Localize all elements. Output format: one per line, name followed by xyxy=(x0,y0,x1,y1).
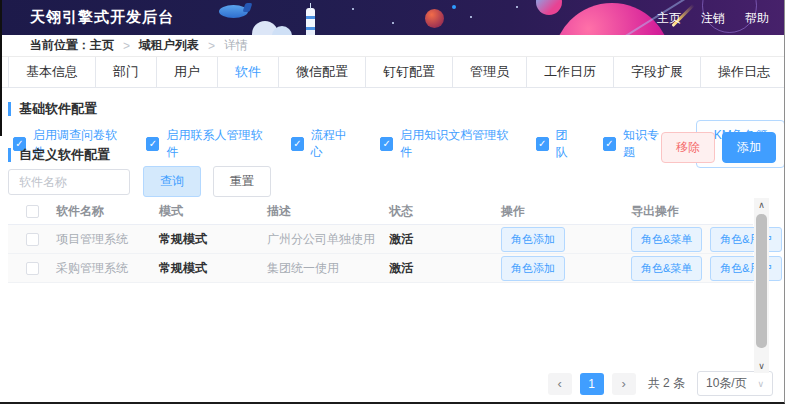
tab-wechat-config[interactable]: 微信配置 xyxy=(279,57,366,87)
breadcrumb-separator: > xyxy=(123,39,130,53)
breadcrumb-tenant-list[interactable]: 域租户列表 xyxy=(139,37,199,54)
checkbox-checked-icon[interactable]: ✓ xyxy=(536,137,549,151)
software-table: 软件名称 模式 描述 状态 操作 导出操作 项目管理系统 常规模式 广州分公司单… xyxy=(8,198,753,283)
role-add-button[interactable]: 角色添加 xyxy=(501,256,565,281)
software-mode: 常规模式 xyxy=(159,260,267,277)
table-row: 项目管理系统 常规模式 广州分公司单独使用 激活 角色添加 角色&菜单 角色&用… xyxy=(8,225,753,254)
prev-page-button[interactable]: ‹ xyxy=(548,373,572,395)
search-bar: 查询 重置 xyxy=(8,166,271,197)
pagination: ‹ 1 › 共 2 条 10条/页 ∨ xyxy=(548,371,773,396)
software-mode: 常规模式 xyxy=(159,231,267,248)
star-icon xyxy=(352,8,354,10)
checkbox-checked-icon[interactable]: ✓ xyxy=(603,137,616,151)
breadcrumb-home[interactable]: 主页 xyxy=(90,37,114,54)
select-all-checkbox[interactable] xyxy=(26,205,39,218)
query-button[interactable]: 查询 xyxy=(143,166,201,197)
tab-field-extension[interactable]: 字段扩展 xyxy=(614,57,701,87)
app-header: 天翎引擎式开发后台 主页 注销 帮助 xyxy=(0,0,785,35)
software-desc: 广州分公司单独使用 xyxy=(267,231,389,248)
app-title: 天翎引擎式开发后台 xyxy=(30,8,174,27)
role-menu-export-button[interactable]: 角色&菜单 xyxy=(631,256,702,281)
row-checkbox[interactable] xyxy=(26,262,39,275)
remove-button[interactable]: 移除 xyxy=(661,132,715,163)
tab-software[interactable]: 软件 xyxy=(218,57,279,87)
breadcrumb-separator: > xyxy=(208,39,215,53)
checkbox-checked-icon[interactable]: ✓ xyxy=(380,137,393,151)
role-add-button[interactable]: 角色添加 xyxy=(501,227,565,252)
checkbox-team[interactable]: ✓ 团队 xyxy=(536,127,577,161)
chevron-right-icon: › xyxy=(621,376,625,391)
vertical-scrollbar[interactable]: ∧ ∨ xyxy=(754,198,769,373)
column-header-name: 软件名称 xyxy=(56,203,159,220)
role-menu-export-button[interactable]: 角色&菜单 xyxy=(631,227,702,252)
star-icon xyxy=(516,6,518,8)
breadcrumb-prefix: 当前位置： xyxy=(30,37,90,54)
breadcrumb-detail: 详情 xyxy=(224,37,248,54)
lighthouse-icon xyxy=(310,3,311,9)
nav-logout-link[interactable]: 注销 xyxy=(701,10,725,27)
star-icon xyxy=(470,16,472,18)
scrollbar-thumb[interactable] xyxy=(756,214,767,348)
tab-bar: 基本信息 部门 用户 软件 微信配置 钉钉配置 管理员 工作日历 字段扩展 操作… xyxy=(0,57,785,88)
tab-admin[interactable]: 管理员 xyxy=(453,57,527,87)
tab-operation-log[interactable]: 操作日志 xyxy=(701,57,785,87)
table-header-row: 软件名称 模式 描述 状态 操作 导出操作 xyxy=(8,198,753,225)
role-user-export-button[interactable]: 角色&用户 xyxy=(710,256,781,281)
checkbox-knowledge-doc-software[interactable]: ✓ 启用知识文档管理软件 xyxy=(380,127,509,161)
checkbox-knowledge-topic[interactable]: ✓ 知识专题 xyxy=(603,127,666,161)
table-row: 采购管理系统 常规模式 集团统一使用 激活 角色添加 角色&菜单 角色&用户 xyxy=(8,254,753,283)
software-name: 项目管理系统 xyxy=(56,231,159,248)
next-page-button[interactable]: › xyxy=(612,373,636,395)
blimp-icon xyxy=(243,3,253,12)
role-user-export-button[interactable]: 角色&用户 xyxy=(710,227,781,252)
page-size-value: 10条/页 xyxy=(706,375,747,392)
nav-help-link[interactable]: 帮助 xyxy=(745,10,769,27)
software-status: 激活 xyxy=(389,231,487,248)
page-number-1[interactable]: 1 xyxy=(580,373,604,395)
software-desc: 集团统一使用 xyxy=(267,260,389,277)
planet-icon xyxy=(536,0,562,15)
checkbox-checked-icon[interactable]: ✓ xyxy=(291,137,304,151)
column-header-desc: 描述 xyxy=(267,203,389,220)
scroll-down-icon[interactable]: ∨ xyxy=(754,359,769,373)
add-button[interactable]: 添加 xyxy=(722,132,776,163)
header-nav: 主页 注销 帮助 xyxy=(657,10,769,27)
checkbox-checked-icon[interactable]: ✓ xyxy=(146,137,159,151)
column-header-mode: 模式 xyxy=(159,203,267,220)
software-name-input[interactable] xyxy=(8,169,130,195)
cloud-icon xyxy=(272,26,292,35)
software-status: 激活 xyxy=(389,260,487,277)
tab-department[interactable]: 部门 xyxy=(96,57,157,87)
checkbox-process-center[interactable]: ✓ 流程中心 xyxy=(291,127,354,161)
lighthouse-icon xyxy=(306,8,315,35)
breadcrumb: 当前位置： 主页 > 域租户列表 > 详情 xyxy=(0,35,785,57)
table-actions: 移除 添加 xyxy=(661,132,776,163)
planet-icon xyxy=(425,9,444,28)
scroll-up-icon[interactable]: ∧ xyxy=(754,198,769,212)
row-checkbox[interactable] xyxy=(26,233,39,246)
column-header-operation: 操作 xyxy=(487,203,623,220)
star-icon xyxy=(392,22,394,24)
basic-software-section-title: 基础软件配置 xyxy=(8,100,97,118)
custom-software-section-title: 自定义软件配置 xyxy=(8,146,110,164)
column-header-status: 状态 xyxy=(389,203,487,220)
checkbox-contact-software[interactable]: ✓ 启用联系人管理软件 xyxy=(146,127,264,161)
star-icon xyxy=(452,5,456,9)
page-size-select[interactable]: 10条/页 ∨ xyxy=(697,371,773,396)
software-name: 采购管理系统 xyxy=(56,260,159,277)
reset-button[interactable]: 重置 xyxy=(213,166,271,197)
column-header-export: 导出操作 xyxy=(623,203,753,220)
total-count-label: 共 2 条 xyxy=(648,375,685,392)
tab-basic-info[interactable]: 基本信息 xyxy=(8,57,96,87)
tab-work-calendar[interactable]: 工作日历 xyxy=(527,57,614,87)
nav-home-link[interactable]: 主页 xyxy=(657,10,681,27)
chevron-down-icon: ∨ xyxy=(757,379,764,389)
tab-dingtalk-config[interactable]: 钉钉配置 xyxy=(366,57,453,87)
window-edge xyxy=(0,0,2,136)
chevron-left-icon: ‹ xyxy=(557,376,561,391)
tab-user[interactable]: 用户 xyxy=(157,57,218,87)
